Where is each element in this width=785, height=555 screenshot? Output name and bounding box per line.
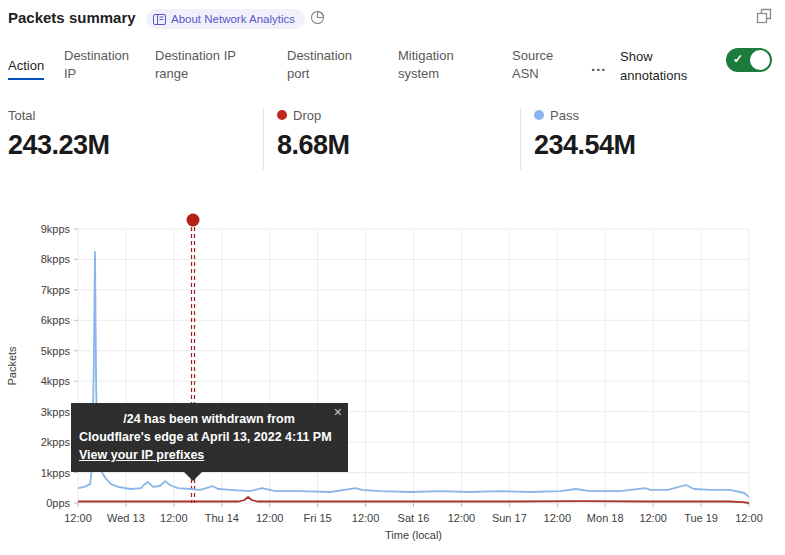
tab-destination-ip-range[interactable]: Destination IP range bbox=[155, 47, 255, 83]
x-tick-label: 12:00 bbox=[735, 512, 763, 524]
annotation-dot-icon bbox=[187, 214, 200, 227]
more-tabs-button[interactable]: ... bbox=[591, 57, 607, 74]
badge-label: About Network Analytics bbox=[171, 13, 295, 25]
show-annotations-toggle[interactable]: ✓ bbox=[726, 48, 772, 72]
expand-window-icon[interactable] bbox=[756, 8, 772, 24]
tab-destination-ip[interactable]: Destination IP bbox=[64, 47, 144, 83]
y-axis-title: Packets bbox=[6, 346, 18, 386]
tab-source-asn[interactable]: Source ASN bbox=[512, 47, 564, 83]
stat-drop: Drop 8.68M bbox=[277, 106, 350, 161]
y-tick-label: 2kpps bbox=[41, 436, 71, 448]
book-icon bbox=[153, 14, 166, 25]
stat-pass: Pass 234.54M bbox=[534, 106, 636, 161]
x-tick-label: 12:00 bbox=[64, 512, 92, 524]
stat-drop-label: Drop bbox=[293, 108, 321, 123]
x-tick-label: Mon 18 bbox=[587, 512, 624, 524]
x-tick-label: Fri 15 bbox=[304, 512, 332, 524]
packets-time-series-chart[interactable]: 0pps1kpps2kpps3kpps4kpps5kpps6kpps7kpps8… bbox=[0, 200, 785, 555]
x-tick-label: 12:00 bbox=[160, 512, 188, 524]
y-tick-label: 5kpps bbox=[41, 345, 71, 357]
tooltip-line1: /24 has been withdrawn from bbox=[79, 410, 339, 428]
x-tick-label: Wed 13 bbox=[107, 512, 145, 524]
tab-action[interactable]: Action bbox=[8, 57, 44, 80]
stat-divider bbox=[520, 108, 521, 170]
stat-pass-value: 234.54M bbox=[534, 130, 636, 161]
stat-pass-label: Pass bbox=[550, 108, 579, 123]
y-tick-label: 0pps bbox=[46, 497, 70, 509]
page-title: Packets summary bbox=[8, 9, 136, 26]
show-annotations-label: Show annotations bbox=[620, 47, 708, 85]
stat-divider bbox=[263, 108, 264, 170]
y-tick-label: 6kpps bbox=[41, 314, 71, 326]
time-pie-icon[interactable] bbox=[310, 10, 325, 25]
header: Packets summary About Network Analytics bbox=[0, 0, 785, 36]
tooltip-line2: Cloudflare's edge at April 13, 2022 4:11… bbox=[79, 428, 339, 446]
drop-dot-icon bbox=[277, 110, 287, 120]
x-tick-label: Sat 16 bbox=[398, 512, 430, 524]
x-tick-label: 12:00 bbox=[639, 512, 667, 524]
stats-row: Total 243.23M Drop 8.68M Pass 234.54M bbox=[0, 106, 785, 172]
y-tick-label: 7kpps bbox=[41, 284, 71, 296]
y-tick-label: 8kpps bbox=[41, 253, 71, 265]
x-tick-label: 12:00 bbox=[256, 512, 284, 524]
pass-dot-icon bbox=[534, 110, 544, 120]
dimension-tabs: Action Destination IP Destination IP ran… bbox=[0, 42, 785, 84]
stat-drop-value: 8.68M bbox=[277, 130, 350, 161]
y-tick-label: 9kpps bbox=[41, 223, 71, 235]
view-ip-prefixes-link[interactable]: View your IP prefixes bbox=[79, 446, 204, 464]
check-icon: ✓ bbox=[733, 52, 743, 66]
tab-mitigation-system[interactable]: Mitigation system bbox=[398, 47, 478, 83]
stat-total: Total 243.23M bbox=[8, 106, 110, 161]
x-tick-label: 12:00 bbox=[352, 512, 380, 524]
about-network-analytics-badge[interactable]: About Network Analytics bbox=[146, 9, 305, 29]
y-tick-label: 3kpps bbox=[41, 406, 71, 418]
tab-destination-port[interactable]: Destination port bbox=[287, 47, 367, 83]
y-tick-label: 4kpps bbox=[41, 375, 71, 387]
x-tick-label: Sun 17 bbox=[492, 512, 527, 524]
x-axis-title: Time (local) bbox=[385, 529, 442, 541]
x-tick-label: Tue 19 bbox=[684, 512, 718, 524]
annotation-tooltip: × /24 has been withdrawn from Cloudflare… bbox=[71, 403, 348, 472]
close-icon[interactable]: × bbox=[334, 405, 342, 419]
y-tick-label: 1kpps bbox=[41, 467, 71, 479]
stat-total-value: 243.23M bbox=[8, 130, 110, 161]
stat-total-label: Total bbox=[8, 108, 35, 123]
x-tick-label: 12:00 bbox=[448, 512, 476, 524]
x-tick-label: 12:00 bbox=[544, 512, 572, 524]
packets-summary-panel: Packets summary About Network Analytics … bbox=[0, 0, 785, 555]
x-tick-label: Thu 14 bbox=[205, 512, 239, 524]
toggle-knob bbox=[750, 50, 770, 70]
